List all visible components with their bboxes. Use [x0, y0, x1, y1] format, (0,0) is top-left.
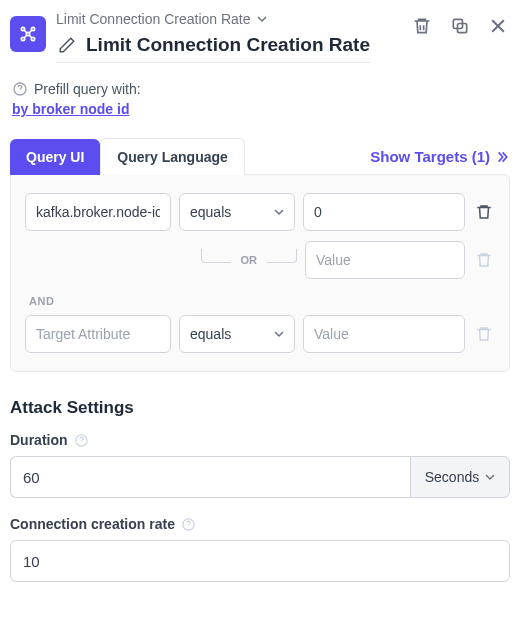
chevrons-right-icon: [494, 149, 510, 165]
trash-icon: [475, 251, 493, 269]
duration-field: Duration Seconds: [10, 432, 510, 498]
operator-select-2[interactable]: equals: [179, 315, 295, 353]
value-input-2[interactable]: [303, 315, 465, 353]
duration-unit-value: Seconds: [425, 469, 479, 485]
connection-rate-label: Connection creation rate: [10, 516, 175, 532]
caret-down-icon: [274, 207, 284, 217]
help-icon[interactable]: [74, 433, 89, 448]
and-label: AND: [29, 295, 495, 307]
or-value-input[interactable]: [305, 241, 465, 279]
operator-select[interactable]: equals: [179, 193, 295, 231]
attack-type-dropdown-label: Limit Connection Creation Rate: [56, 11, 251, 27]
trash-icon: [475, 325, 493, 343]
show-targets-link[interactable]: Show Targets (1): [370, 148, 510, 165]
attack-type-icon: [10, 16, 46, 52]
target-attribute-input-2[interactable]: [25, 315, 171, 353]
duration-input-group: Seconds: [10, 456, 510, 498]
duration-input[interactable]: [10, 456, 410, 498]
close-icon: [488, 16, 508, 36]
attack-type-dropdown[interactable]: Limit Connection Creation Rate: [56, 11, 267, 27]
filter-or-row: OR: [25, 241, 495, 279]
panel-header: Limit Connection Creation Rate Limit Con…: [10, 10, 510, 63]
edit-title-button[interactable]: [56, 34, 78, 56]
duration-unit-select[interactable]: Seconds: [410, 456, 510, 498]
value-input[interactable]: [303, 193, 465, 231]
svg-point-0: [21, 27, 24, 30]
trash-icon: [412, 16, 432, 36]
prefill-label: Prefill query with:: [34, 81, 141, 97]
or-label: OR: [241, 254, 258, 266]
header-actions: [410, 14, 510, 38]
prefill-link-broker-node-id[interactable]: by broker node id: [12, 101, 129, 117]
copy-icon: [450, 16, 470, 36]
show-targets-label: Show Targets (1): [370, 148, 490, 165]
caret-down-icon: [485, 472, 495, 482]
connection-rate-input[interactable]: [10, 540, 510, 582]
caret-down-icon: [274, 329, 284, 339]
help-icon: [12, 81, 28, 97]
delete-filter-button-2[interactable]: [473, 325, 495, 343]
prefill-label-row: Prefill query with:: [12, 81, 508, 97]
svg-point-4: [26, 32, 29, 35]
connection-rate-field: Connection creation rate: [10, 516, 510, 582]
filter-row-2: equals: [25, 315, 495, 353]
svg-point-2: [21, 37, 24, 40]
trash-icon: [475, 203, 493, 221]
panel-title: Limit Connection Creation Rate: [86, 34, 370, 56]
tab-query-language[interactable]: Query Language: [100, 138, 244, 175]
or-connector: OR: [25, 254, 297, 266]
svg-point-3: [31, 37, 34, 40]
header-center: Limit Connection Creation Rate Limit Con…: [56, 10, 400, 63]
attack-settings-heading: Attack Settings: [10, 398, 510, 418]
operator-select-value: equals: [190, 204, 231, 220]
title-row: Limit Connection Creation Rate: [56, 34, 370, 63]
operator-select-value-2: equals: [190, 326, 231, 342]
connection-rate-label-row: Connection creation rate: [10, 516, 510, 532]
query-builder-card: equals OR AND equals: [10, 174, 510, 372]
duplicate-button[interactable]: [448, 14, 472, 38]
attack-config-panel: Limit Connection Creation Rate Limit Con…: [0, 0, 520, 618]
duration-label: Duration: [10, 432, 68, 448]
delete-button[interactable]: [410, 14, 434, 38]
duration-label-row: Duration: [10, 432, 510, 448]
delete-filter-button[interactable]: [473, 203, 495, 221]
caret-down-icon: [257, 14, 267, 24]
prefill-section: Prefill query with: by broker node id: [10, 81, 510, 118]
pencil-icon: [58, 36, 76, 54]
tab-query-ui[interactable]: Query UI: [10, 139, 100, 175]
tabs-row: Query UI Query Language Show Targets (1): [10, 138, 510, 175]
target-attribute-input[interactable]: [25, 193, 171, 231]
close-button[interactable]: [486, 14, 510, 38]
delete-or-button[interactable]: [473, 251, 495, 269]
svg-point-1: [31, 27, 34, 30]
help-icon[interactable]: [181, 517, 196, 532]
filter-row-1: equals: [25, 193, 495, 231]
